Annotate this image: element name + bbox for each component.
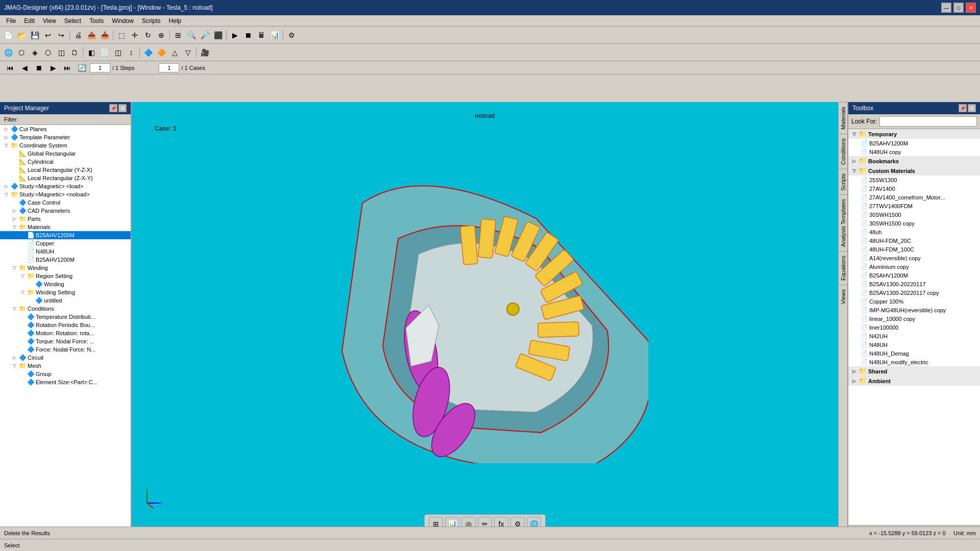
expand-shared[interactable]: ▷	[852, 369, 859, 374]
tree-item-cut-planes[interactable]: ▷ 🔷 Cut Planes	[0, 125, 131, 133]
tb2-btn14[interactable]: ▽	[182, 46, 194, 59]
toolbox-item-30swh1500-copy[interactable]: 📄 30SWH1500 copy	[848, 219, 980, 228]
expand-winding-inner[interactable]	[27, 282, 35, 287]
tree-item-temp-dist[interactable]: 🔷 Temperature Distributi...	[0, 313, 131, 321]
toolbox-section-ambient[interactable]: ▷ 📁 Ambient	[848, 376, 980, 386]
expand-cut-planes[interactable]: ▷	[2, 127, 10, 132]
toolbox-item-48uh-fdm-100c[interactable]: 📄 48UH-FDM_100C	[848, 245, 980, 254]
tree-item-winding-inner[interactable]: 🔷 Winding	[0, 280, 131, 288]
expand-motion-rotation[interactable]	[18, 331, 27, 336]
tree-item-group[interactable]: 🔷 Group	[0, 370, 131, 378]
tree-item-local-rect-zxy[interactable]: 📐 Local Rectangular (Z-X-Y)	[0, 174, 131, 182]
undo-btn[interactable]: ↩	[42, 29, 54, 41]
expand-cylindrical[interactable]	[10, 159, 18, 164]
tb2-btn5[interactable]: ◫	[55, 46, 67, 59]
toolbox-close-btn[interactable]: ✕	[968, 104, 976, 112]
tb2-btn3[interactable]: ◈	[29, 46, 41, 59]
tb2-btn1[interactable]: 🌐	[2, 46, 14, 59]
tree-item-force-nodal[interactable]: 🔷 Force: Nodal Force: N...	[0, 345, 131, 354]
toolbox-section-custom-materials[interactable]: ▽ 📁 Custom Materials	[848, 166, 980, 176]
toolbox-section-shared[interactable]: ▷ 📁 Shared	[848, 366, 980, 376]
case-value-input[interactable]: 1	[159, 63, 179, 72]
tree-item-winding[interactable]: ▽ 📁 Winding	[0, 264, 131, 272]
toolbox-item-27twv1400fdm[interactable]: 📄 27TWV1400FDM	[848, 202, 980, 210]
calc-btn[interactable]: 🖩	[255, 29, 267, 41]
close-button[interactable]: ✕	[966, 3, 976, 13]
panel-pin-btn[interactable]: 📌	[109, 104, 117, 112]
tree-item-conditions[interactable]: ▽ 📁 Conditions	[0, 305, 131, 313]
tb2-btn12[interactable]: 🔶	[155, 46, 167, 59]
zoom-box-btn[interactable]: ⬛	[212, 29, 224, 41]
tree-item-parts[interactable]: ▷ 📁 Parts	[0, 215, 131, 223]
tree-item-torque-nodal[interactable]: 🔷 Torque: Nodal Force: ...	[0, 337, 131, 345]
tree-item-global-rect[interactable]: 📐 Global Rectangular	[0, 149, 131, 158]
tree-item-study-noload[interactable]: ▽ 📁 Study:<Magnetic> <noload>	[0, 190, 131, 198]
tb2-btn15[interactable]: 🎥	[199, 46, 211, 59]
tree-item-cad-params[interactable]: ▷ 🔷 CAD Parameters	[0, 207, 131, 215]
minimize-button[interactable]: —	[941, 3, 951, 13]
toolbox-item-liner100000[interactable]: 📄 liner100000	[848, 323, 980, 332]
tree-item-n48uh[interactable]: 📄 N48UH	[0, 247, 131, 256]
prev-step-btn[interactable]: ◀	[18, 62, 31, 74]
expand-parts[interactable]: ▷	[10, 216, 18, 221]
zoom-in-btn[interactable]: 🔍	[185, 29, 198, 41]
settings-btn[interactable]: ⚙	[285, 29, 298, 41]
tb2-btn10[interactable]: ↕	[125, 46, 137, 59]
zoom-fit-btn[interactable]: ⊞	[172, 29, 184, 41]
expand-untitled[interactable]	[27, 298, 35, 303]
tree-item-winding-setting[interactable]: ▽ 📁 Winding Setting	[0, 288, 131, 296]
toolbox-item-linear-10000[interactable]: 📄 linear_10000 copy	[848, 314, 980, 323]
expand-temporary[interactable]: ▽	[852, 132, 859, 137]
first-step-btn[interactable]: ⏮	[4, 62, 16, 74]
expand-temp-dist[interactable]	[18, 314, 27, 319]
run-btn[interactable]: ▶	[229, 29, 241, 41]
expand-winding-setting[interactable]: ▽	[18, 290, 27, 295]
last-step-btn[interactable]: ⏭	[61, 62, 74, 74]
tb2-btn7[interactable]: ◧	[85, 46, 97, 59]
expand-local-rect-yzx[interactable]	[10, 167, 18, 172]
tb2-btn9[interactable]: ◫	[112, 46, 124, 59]
import-btn[interactable]: 📥	[99, 29, 111, 41]
expand-force-nodal[interactable]	[18, 347, 27, 352]
menu-help[interactable]: Help	[165, 16, 186, 26]
expand-ambient[interactable]: ▷	[852, 379, 859, 384]
side-tab-views[interactable]: Views	[839, 285, 847, 308]
panel-close-btn[interactable]: ✕	[118, 104, 127, 112]
toolbox-item-25sw1300[interactable]: 📄 25SW1300	[848, 176, 980, 184]
maximize-button[interactable]: □	[953, 3, 964, 13]
expand-materials[interactable]: ▽	[10, 224, 18, 230]
select-btn[interactable]: ⬚	[115, 29, 128, 41]
tb2-btn11[interactable]: 🔷	[142, 46, 154, 59]
menu-window[interactable]: Window	[108, 16, 138, 26]
tb2-btn8[interactable]: ⬜	[99, 46, 111, 59]
side-tab-equations[interactable]: Equations	[839, 251, 847, 285]
toolbox-item-a14-reversible[interactable]: 📄 A14(reversible) copy	[848, 254, 980, 262]
move-btn[interactable]: ✛	[129, 29, 141, 41]
expand-case-control[interactable]	[10, 200, 18, 205]
expand-bookmarks[interactable]: ▷	[852, 159, 859, 164]
stop-btn[interactable]: ⏹	[242, 29, 254, 41]
side-tab-analysis-templates[interactable]: Analysis Templates	[839, 194, 847, 251]
tree-item-motion-rotation[interactable]: 🔷 Motion: Rotation: rota...	[0, 329, 131, 337]
expand-b25ahv1200m2[interactable]	[18, 257, 27, 262]
expand-custom-materials[interactable]: ▽	[852, 168, 859, 173]
tree-item-rotation-periodic[interactable]: 🔷 Rotation Periodic Bou...	[0, 321, 131, 329]
tree-item-coord-system[interactable]: ▽ 📁 Coordinate System	[0, 141, 131, 149]
tb2-btn13[interactable]: △	[168, 46, 181, 59]
expand-study-noload[interactable]: ▽	[2, 192, 10, 197]
expand-coord-system[interactable]: ▽	[2, 143, 10, 148]
toolbox-item-imp-mg48uh[interactable]: 📄 IMP-MG48UH(reversible) copy	[848, 306, 980, 314]
toolbox-item-n48uh-demag[interactable]: 📄 N48UH_Demag	[848, 349, 980, 358]
toolbox-item-b25ahv1200m-tb2[interactable]: 📄 B25AHV1200M	[848, 271, 980, 280]
expand-b25ahv1200m[interactable]	[18, 233, 27, 238]
toolbox-pin-btn[interactable]: 📌	[959, 104, 967, 112]
tree-item-local-rect-yzx[interactable]: 📐 Local Rectangular (Y-Z-X)	[0, 166, 131, 174]
toolbox-item-n48uh-modify[interactable]: 📄 N48UH_modify_electric	[848, 358, 980, 366]
canvas-area[interactable]: noload Case: 1 X Y Z ⊞ 📊 ◎ ✏ fx ⚙ 🌐	[132, 102, 838, 539]
toolbox-item-aluminium-copy[interactable]: 📄 Aluminium copy	[848, 262, 980, 271]
export-btn[interactable]: 📤	[85, 29, 97, 41]
expand-rotation-periodic[interactable]	[18, 322, 27, 328]
toolbox-item-n42uh[interactable]: 📄 N42UH	[848, 332, 980, 340]
expand-torque-nodal[interactable]	[18, 339, 27, 344]
tree-item-template-param[interactable]: ▷ 🔷 Template Parameter	[0, 133, 131, 141]
